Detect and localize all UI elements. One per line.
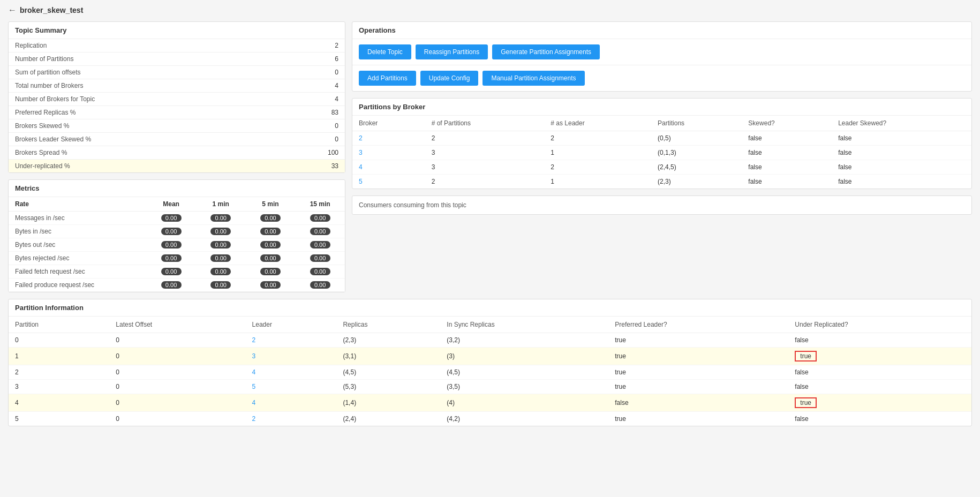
summary-label: Number of Partitions	[9, 52, 210, 66]
under-replicated-value: false	[795, 383, 808, 390]
under-replicated-value: false	[795, 368, 808, 376]
broker-id[interactable]: 4	[352, 160, 425, 175]
metric-badge: 0.00	[260, 214, 281, 222]
broker-row: 2 2 2 (0,5) false false	[352, 131, 971, 146]
metrics-row: Bytes in /sec0.000.000.000.00	[9, 225, 345, 238]
metrics-row: Failed produce request /sec0.000.000.000…	[9, 278, 345, 292]
partition-leader[interactable]: 2	[246, 412, 337, 426]
metrics-row: Bytes rejected /sec0.000.000.000.00	[9, 252, 345, 265]
partition-under-replicated: false	[788, 412, 971, 426]
broker-leader-skewed: false	[832, 131, 971, 146]
operations-card: Operations Delete TopicReassign Partitio…	[352, 21, 972, 92]
under-replicated-badge: true	[795, 351, 817, 362]
under-replicated-value: false	[795, 336, 808, 344]
partition-under-replicated: false	[788, 380, 971, 394]
partition-table: PartitionLatest OffsetLeaderReplicasIn S…	[9, 317, 971, 426]
partition-row: 0 0 2 (2,3) (3,2) true false	[9, 333, 971, 348]
summary-value: 6	[210, 52, 345, 66]
partition-leader[interactable]: 4	[246, 365, 337, 380]
summary-value: 0	[210, 119, 345, 133]
topic-name: broker_skew_test	[20, 6, 83, 14]
add-partitions-button[interactable]: Add Partitions	[359, 71, 416, 86]
delete-topic-button[interactable]: Delete Topic	[359, 44, 411, 59]
partition-id: 2	[9, 365, 109, 380]
broker-col-header: # as Leader	[544, 116, 651, 131]
update-config-button[interactable]: Update Config	[420, 71, 479, 86]
partition-in-sync-replicas: (3,5)	[440, 380, 608, 394]
broker-partitions: (2,3)	[651, 175, 742, 189]
metrics-cell: Messages in /sec	[9, 212, 146, 225]
partition-replicas: (2,4)	[336, 412, 440, 426]
broker-skewed: false	[742, 175, 832, 189]
summary-row: Brokers Spread %100	[9, 146, 345, 160]
metric-badge: 0.00	[210, 281, 231, 289]
partition-leader[interactable]: 4	[246, 394, 337, 412]
metrics-title: Metrics	[9, 180, 345, 197]
broker-num-partitions: 2	[425, 175, 545, 189]
metrics-cell: Failed fetch request /sec	[9, 265, 146, 278]
partition-leader[interactable]: 2	[246, 333, 337, 348]
reassign-partitions-button[interactable]: Reassign Partitions	[416, 44, 488, 59]
broker-table: Broker# of Partitions# as LeaderPartitio…	[352, 116, 971, 189]
broker-id[interactable]: 3	[352, 146, 425, 160]
broker-partitions: (0,1,3)	[651, 146, 742, 160]
metrics-cell: Bytes out /sec	[9, 238, 146, 252]
metrics-cell: 0.00	[146, 225, 196, 238]
partition-latest-offset: 0	[109, 333, 245, 348]
metric-badge: 0.00	[310, 241, 330, 248]
partition-col-header: Preferred Leader?	[608, 317, 788, 333]
metric-badge: 0.00	[260, 268, 281, 275]
broker-col-header: Broker	[352, 116, 425, 131]
generate-partition-assignments-button[interactable]: Generate Partition Assignments	[492, 44, 600, 59]
summary-row: Number of Brokers for Topic4	[9, 93, 345, 106]
broker-as-leader: 1	[544, 146, 651, 160]
summary-row: Brokers Leader Skewed %0	[9, 133, 345, 146]
partition-info-title: Partition Information	[9, 299, 971, 317]
back-arrow-icon: ←	[8, 5, 17, 15]
broker-id[interactable]: 5	[352, 175, 425, 189]
broker-num-partitions: 3	[425, 146, 545, 160]
broker-col-header: Partitions	[651, 116, 742, 131]
partition-latest-offset: 0	[109, 380, 245, 394]
metrics-cell: 0.00	[146, 212, 196, 225]
operations-row2: Add PartitionsUpdate ConfigManual Partit…	[352, 65, 971, 91]
partition-replicas: (3,1)	[336, 348, 440, 365]
metrics-cell: 0.00	[196, 252, 246, 265]
summary-label: Brokers Spread %	[9, 146, 210, 160]
page-title[interactable]: ← broker_skew_test	[8, 5, 972, 15]
partition-replicas: (4,5)	[336, 365, 440, 380]
partition-col-header: Replicas	[336, 317, 440, 333]
summary-label: Replication	[9, 39, 210, 52]
metrics-cell: 0.00	[196, 278, 246, 292]
partition-replicas: (5,3)	[336, 380, 440, 394]
partition-preferred-leader: true	[608, 412, 788, 426]
partition-preferred-leader: true	[608, 348, 788, 365]
partition-latest-offset: 0	[109, 365, 245, 380]
consumers-card: Consumers consuming from this topic	[352, 195, 972, 215]
consumers-label: Consumers consuming from this topic	[352, 196, 971, 214]
metric-badge: 0.00	[161, 254, 182, 262]
broker-col-header: Skewed?	[742, 116, 832, 131]
partition-leader[interactable]: 5	[246, 380, 337, 394]
metrics-col-header: Rate	[9, 197, 146, 212]
partitions-by-broker-title: Partitions by Broker	[352, 99, 971, 116]
partition-col-header: In Sync Replicas	[440, 317, 608, 333]
operations-title: Operations	[352, 22, 971, 39]
metrics-card: Metrics RateMean1 min5 min15 min Message…	[8, 179, 345, 292]
partition-col-header: Partition	[9, 317, 109, 333]
partition-in-sync-replicas: (3)	[440, 348, 608, 365]
partition-under-replicated: true	[788, 348, 971, 365]
partitions-by-broker-card: Partitions by Broker Broker# of Partitio…	[352, 98, 972, 189]
metrics-col-header: 1 min	[196, 197, 246, 212]
metrics-row: Bytes out /sec0.000.000.000.00	[9, 238, 345, 252]
metrics-cell: 0.00	[295, 252, 345, 265]
manual-partition-assignments-button[interactable]: Manual Partition Assignments	[483, 71, 584, 86]
summary-label: Brokers Skewed %	[9, 119, 210, 133]
broker-num-partitions: 3	[425, 160, 545, 175]
metric-badge: 0.00	[310, 281, 330, 289]
partition-leader[interactable]: 3	[246, 348, 337, 365]
broker-row: 4 3 2 (2,4,5) false false	[352, 160, 971, 175]
broker-id[interactable]: 2	[352, 131, 425, 146]
partition-latest-offset: 0	[109, 348, 245, 365]
metrics-cell: Bytes rejected /sec	[9, 252, 146, 265]
